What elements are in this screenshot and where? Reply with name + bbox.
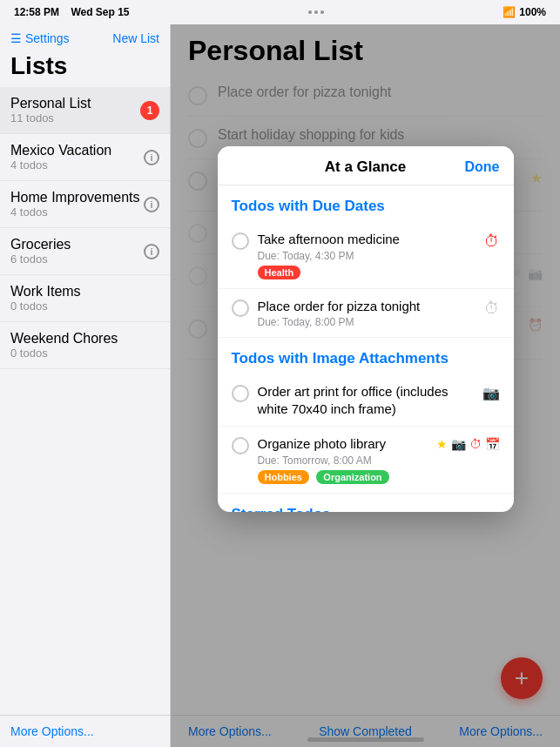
dots-menu (308, 10, 324, 14)
modal-todo-due: Due: Today, 8:00 PM (258, 316, 476, 328)
modal-todo-title: Take afternoon medicine (258, 231, 476, 248)
image-attachments-section-title: Todos with Image Attachments (218, 338, 514, 374)
wifi-icon: 📶 (503, 6, 516, 18)
tag-hobbies: Hobbies (258, 470, 309, 484)
modal-overlay[interactable]: At a Glance Done Todos with Due Dates Ta… (171, 24, 560, 747)
sidebar-header: ☰ Settings New List (0, 24, 170, 49)
modal-todo-due: Due: Tomorrow, 8:00 AM (258, 454, 428, 467)
list-item-name: Personal List (10, 96, 91, 111)
battery-icon: 100% (519, 6, 546, 18)
calendar-icon: 📅 (485, 437, 500, 451)
list-item-name: Groceries (10, 237, 71, 252)
modal-todo-due: Due: Today, 4:30 PM (258, 250, 476, 262)
tag-organization: Organization (316, 470, 388, 484)
modal-todo-circle[interactable] (232, 232, 249, 250)
tag-health: Health (258, 266, 301, 279)
sidebar-title: Lists (0, 49, 170, 87)
sidebar-item-work[interactable]: Work Items 0 todos (0, 275, 170, 322)
modal-todo-title: Order art print for office (includes whi… (258, 383, 474, 417)
sidebar-item-home[interactable]: Home Improvements 4 todos i (0, 181, 170, 228)
sidebar-item-personal[interactable]: Personal List 11 todos 1 (0, 87, 170, 134)
sidebar-item-groceries[interactable]: Groceries 6 todos i (0, 228, 170, 275)
image-attach-icon: 📷 (482, 385, 500, 401)
new-list-button[interactable]: New List (112, 31, 159, 45)
info-icon: i (144, 197, 159, 212)
main-layout: ☰ Settings New List Lists Personal List … (0, 24, 560, 747)
settings-button[interactable]: ☰ Settings (10, 31, 70, 45)
sidebar: ☰ Settings New List Lists Personal List … (0, 24, 171, 747)
modal-todo-item[interactable]: Take afternoon medicine Due: Today, 4:30… (218, 222, 514, 289)
list-item-name: Weekend Chores (10, 331, 118, 347)
list-item-name: Mexico Vacation (10, 143, 111, 158)
modal-todo-circle[interactable] (232, 385, 249, 402)
dot (314, 10, 318, 14)
modal-todo-title: Organize photo library (258, 435, 428, 453)
list-item-name: Work Items (10, 284, 81, 299)
alarm-icon: ⏱ (484, 232, 500, 251)
due-dates-section-title: Todos with Due Dates (218, 185, 514, 222)
modal-todo-item[interactable]: Organize photo library Due: Tomorrow, 8:… (218, 427, 514, 494)
modal-done-button[interactable]: Done (464, 159, 499, 175)
list-item-count: 0 todos (10, 299, 81, 313)
status-indicators: 📶 100% (503, 6, 546, 18)
dot (308, 10, 312, 14)
sidebar-item-mexico[interactable]: Mexico Vacation 4 todos i (0, 134, 170, 181)
list-item-count: 11 todos (10, 111, 91, 124)
info-icon: i (144, 150, 159, 165)
status-time-date: 12:58 PM Wed Sep 15 (14, 6, 130, 18)
star-icon: ★ (436, 437, 448, 451)
modal-dialog: At a Glance Done Todos with Due Dates Ta… (218, 146, 514, 512)
modal-todo-circle[interactable] (232, 299, 249, 317)
list-item-count: 6 todos (10, 252, 71, 266)
starred-section-title: Starred Todos (218, 494, 514, 513)
list-item-badge: 1 (140, 101, 159, 120)
alarm-icon: ⏱ (469, 437, 482, 451)
status-date: Wed Sep 15 (71, 6, 129, 18)
modal-todo-circle[interactable] (232, 437, 249, 454)
modal-todo-item[interactable]: Order art print for office (includes whi… (218, 374, 514, 427)
settings-label: Settings (25, 31, 70, 45)
modal-todo-title: Place order for pizza tonight (258, 298, 476, 315)
sidebar-list: Personal List 11 todos 1 Mexico Vacation… (0, 87, 170, 715)
list-item-count: 4 todos (10, 158, 111, 172)
settings-icon: ☰ (10, 31, 22, 45)
list-item-count: 0 todos (10, 347, 118, 360)
sidebar-item-weekend[interactable]: Weekend Chores 0 todos (0, 322, 170, 369)
status-bar: 12:58 PM Wed Sep 15 📶 100% (0, 0, 560, 24)
modal-header: At a Glance Done (218, 146, 514, 185)
alarm-icon: ⏱ (484, 299, 500, 318)
detail-panel: Personal List Place order for pizza toni… (171, 24, 560, 747)
image-icon: 📷 (451, 437, 466, 451)
modal-todo-item[interactable]: Place order for pizza tonight Due: Today… (218, 289, 514, 339)
info-icon: i (144, 244, 159, 259)
sidebar-more-options[interactable]: More Options... (0, 715, 170, 747)
dot (320, 10, 324, 14)
new-list-label: New List (112, 31, 159, 45)
modal-title: At a Glance (325, 158, 407, 176)
status-time: 12:58 PM (14, 6, 59, 18)
list-item-name: Home Improvements (10, 190, 140, 205)
list-item-count: 4 todos (10, 205, 140, 219)
